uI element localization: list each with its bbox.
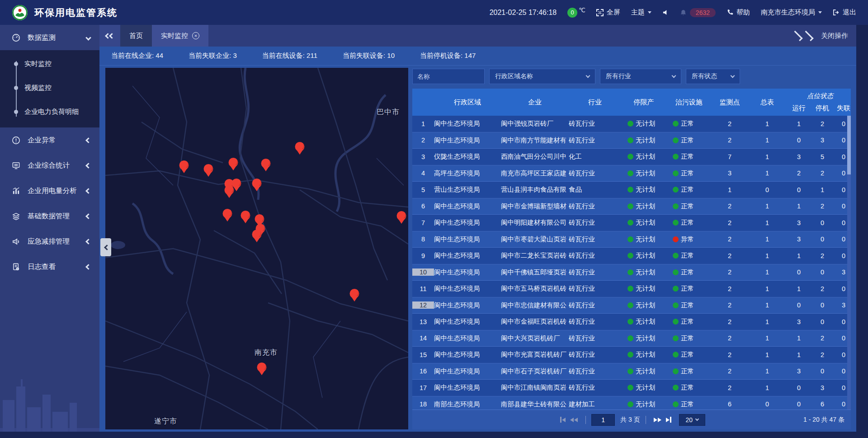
sidebar-subitem-企业电力负荷明细[interactable]: 企业电力负荷明细 xyxy=(0,100,99,124)
sidebar-subitem-实时监控[interactable]: 实时监控 xyxy=(0,52,99,76)
sidebar-item-gauge[interactable]: 数据监测 xyxy=(0,25,99,50)
map-pin[interactable] xyxy=(349,289,359,303)
tabs-scroll-left-button[interactable] xyxy=(99,25,120,47)
status-dot-icon xyxy=(627,335,633,341)
sidebar-item-stats[interactable]: 企业综合统计 xyxy=(0,153,99,178)
region-filter-select[interactable]: 行政区域名称 xyxy=(489,69,595,84)
sidebar-subitem-视频监控[interactable]: 视频监控 xyxy=(0,76,99,100)
table-row[interactable]: 9 阆中生态环境局 阆中市二龙长宝页岩砖 砖瓦行业 无计划 正常 2 1 1 2… xyxy=(412,248,851,264)
map-pin[interactable] xyxy=(396,211,406,226)
next-page-button[interactable] xyxy=(654,418,661,422)
sidebar-group: 应急减排管理 xyxy=(0,229,99,254)
status-dot-icon xyxy=(673,269,679,275)
table-row[interactable]: 14 阆中生态环境局 阆中大兴页岩机砖厂 砖瓦行业 无计划 正常 2 1 1 2… xyxy=(412,330,851,347)
column-header-region: 行政区域 xyxy=(434,89,501,116)
map-pin[interactable] xyxy=(252,179,262,193)
tab-realtime-monitoring[interactable]: 实时监控 × xyxy=(152,25,208,47)
name-filter-input[interactable] xyxy=(412,69,485,84)
status-dot-icon xyxy=(673,253,679,259)
table-row[interactable]: 10 阆中生态环境局 阆中千佛镇五郎垭页岩 砖瓦行业 无计划 正常 2 1 0 … xyxy=(412,264,851,281)
status-filter-select[interactable]: 所有状态 xyxy=(686,69,740,84)
pagination-bar: 共 3 页 20 1 - 20 共 47 条 xyxy=(412,410,851,429)
stat-item: 当前在线企业: 44 xyxy=(111,52,163,60)
status-dot-icon xyxy=(627,137,633,143)
sidebar-item-log[interactable]: 日志查看 xyxy=(0,254,99,279)
table-row[interactable]: 7 阆中生态环境局 阆中明阳建材有限公司 砖瓦行业 无计划 正常 2 1 3 0… xyxy=(412,215,851,231)
status-dot-icon xyxy=(673,220,679,226)
map-pin[interactable] xyxy=(203,164,213,179)
table-row[interactable]: 17 阆中生态环境局 阆中市江南镇阆南页岩 砖瓦行业 无计划 正常 2 1 0 … xyxy=(412,380,851,396)
table-row[interactable]: 3 仪陇生态环境局 西南油气田分公司川中 化工 无计划 正常 7 1 3 5 0 xyxy=(412,149,851,165)
page-number-input[interactable] xyxy=(591,414,615,426)
table-row[interactable]: 1 阆中生态环境局 阆中强锐页岩砖厂 砖瓦行业 无计划 正常 2 1 1 2 0 xyxy=(412,116,851,132)
help-button[interactable]: 帮助 xyxy=(726,8,750,17)
double-chevron-right-icon[interactable] xyxy=(792,34,814,38)
tab-bar: 首页 实时监控 × 关闭操作 xyxy=(99,25,856,47)
map-pin[interactable] xyxy=(228,158,238,172)
sidebar-group: 数据监测 实时监控 视频监控 企业电力负荷明细 xyxy=(0,25,99,127)
sidebar-item-layers[interactable]: 基础数据管理 xyxy=(0,203,99,229)
table-row[interactable]: 2 阆中生态环境局 阆中市南方节能建材有 砖瓦行业 无计划 正常 2 1 0 3… xyxy=(412,132,851,149)
prev-page-button[interactable] xyxy=(570,418,578,422)
table-scrollbar[interactable] xyxy=(847,116,851,410)
status-dot-icon xyxy=(673,203,679,209)
table-row[interactable]: 13 阆中生态环境局 阆中市金福旺页岩机砖 砖瓦行业 无计划 正常 2 1 3 … xyxy=(412,314,851,330)
column-header-stopped: 停机 xyxy=(811,104,834,113)
map-pin[interactable] xyxy=(252,230,262,244)
status-dot-icon xyxy=(627,401,633,407)
status-dot-icon xyxy=(673,385,679,391)
chevron-left-icon xyxy=(86,237,90,245)
sidebar-group: 日志查看 xyxy=(0,254,99,279)
table-row[interactable]: 8 阆中生态环境局 阆中市枣碧大梁山页岩 砖瓦行业 无计划 异常 2 1 3 0… xyxy=(412,231,851,248)
sound-toggle-button[interactable] xyxy=(662,9,669,16)
sidebar-item-chart[interactable]: 企业用电量分析 xyxy=(0,178,99,203)
map-pin[interactable] xyxy=(241,211,250,225)
table-row[interactable]: 6 阆中生态环境局 阆中市金博瑞新型墙材 砖瓦行业 无计划 正常 2 1 1 2… xyxy=(412,198,851,215)
page-size-select[interactable]: 20 xyxy=(679,414,705,426)
theme-menu[interactable]: 主题 xyxy=(631,8,651,17)
map-panel[interactable]: 巴中市南充市遂宁市 xyxy=(105,68,408,429)
sidebar-collapse-toggle[interactable] xyxy=(100,238,111,256)
tab-close-icon[interactable]: × xyxy=(192,32,199,39)
chevron-left-icon xyxy=(86,212,90,220)
user-org-menu[interactable]: 南充市生态环境局 xyxy=(761,8,822,17)
chevron-left-icon xyxy=(86,136,90,144)
first-page-button[interactable] xyxy=(560,417,566,423)
stat-item: 当前失联设备: 10 xyxy=(343,52,395,60)
status-dot-icon xyxy=(673,352,679,358)
scrollbar-thumb[interactable] xyxy=(847,116,851,174)
chevron-down-icon xyxy=(672,74,676,78)
map-city-label: 巴中市 xyxy=(377,108,400,117)
table-row[interactable]: 11 阆中生态环境局 阆中市五马桥页岩机砖 砖瓦行业 无计划 正常 2 1 1 … xyxy=(412,281,851,297)
sidebar-group: 企业用电量分析 xyxy=(0,178,99,203)
bullet-dot-icon xyxy=(14,86,18,90)
tab-home[interactable]: 首页 xyxy=(120,25,152,47)
map-pin[interactable] xyxy=(257,363,267,377)
table-row[interactable]: 16 阆中生态环境局 阆中市石子页岩机砖厂 砖瓦行业 无计划 正常 2 1 3 … xyxy=(412,363,851,380)
notification-area[interactable]: 2632 xyxy=(680,8,716,17)
chevron-left-icon xyxy=(86,263,90,271)
status-dot-icon xyxy=(627,187,633,193)
map-pin[interactable] xyxy=(261,159,271,173)
last-page-button[interactable] xyxy=(666,417,671,423)
table-row[interactable]: 18 南部生态环境局 南部县建华土砖有限公 建材加工 无计划 正常 6 0 0 … xyxy=(412,396,851,410)
sidebar-item-alert[interactable]: 企业异常 xyxy=(0,127,99,153)
status-dot-icon xyxy=(627,154,633,160)
industry-filter-select[interactable]: 所有行业 xyxy=(600,69,681,84)
logout-button[interactable]: 退出 xyxy=(833,8,856,17)
fullscreen-button[interactable]: 全屏 xyxy=(596,8,620,17)
status-dot-icon xyxy=(673,236,679,242)
table-row[interactable]: 15 阆中生态环境局 阆中市光富页岩机砖厂 砖瓦行业 无计划 正常 2 1 1 … xyxy=(412,347,851,363)
status-dot-icon xyxy=(627,319,633,325)
sidebar-item-megaphone[interactable]: 应急减排管理 xyxy=(0,229,99,254)
map-pin[interactable] xyxy=(295,142,305,156)
status-dot-icon xyxy=(627,253,633,259)
table-row[interactable]: 12 阆中生态环境局 阆中市忠信建材有限公 砖瓦行业 无计划 正常 2 1 0 … xyxy=(412,297,851,314)
map-pin[interactable] xyxy=(222,209,232,223)
temperature-unit: ℃ xyxy=(579,7,585,14)
close-operations-button[interactable]: 关闭操作 xyxy=(821,32,848,40)
map-pin[interactable] xyxy=(224,185,234,200)
map-pin[interactable] xyxy=(179,160,189,175)
table-row[interactable]: 5 营山生态环境局 营山县润丰肉食品有限 食品 无计划 正常 1 0 0 1 0 xyxy=(412,182,851,198)
table-row[interactable]: 4 高坪生态环境局 南充市高坪区王家店建 砖瓦行业 无计划 正常 3 1 2 2… xyxy=(412,165,851,182)
